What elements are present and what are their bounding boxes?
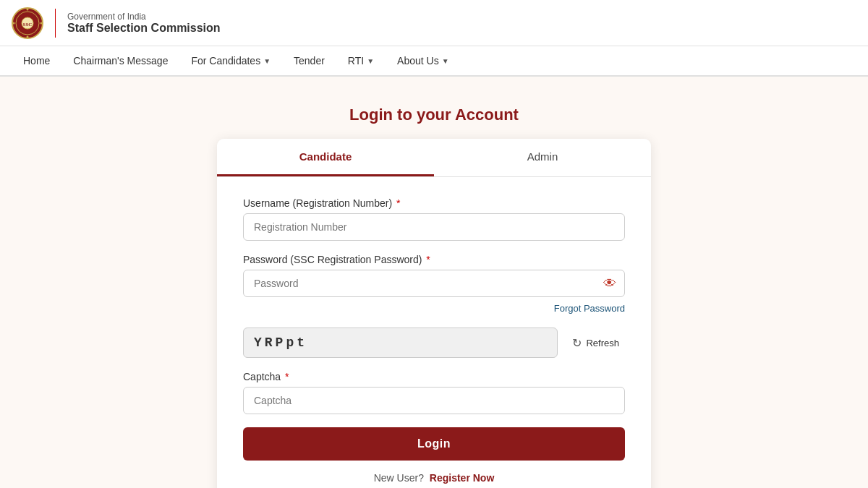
login-tabs: Candidate Admin bbox=[217, 139, 651, 177]
refresh-captcha-button[interactable]: ↻ Refresh bbox=[566, 333, 625, 353]
svg-text:SSC: SSC bbox=[23, 22, 33, 27]
svg-point-7 bbox=[41, 22, 43, 24]
password-input[interactable] bbox=[243, 270, 625, 297]
captcha-group: Captcha * bbox=[243, 371, 625, 414]
password-required: * bbox=[426, 254, 430, 265]
username-label: Username (Registration Number) * bbox=[243, 197, 625, 209]
rti-dropdown-icon: ▼ bbox=[367, 57, 374, 65]
nav-for-candidates[interactable]: For Candidates ▼ bbox=[179, 46, 282, 75]
header-divider bbox=[55, 9, 56, 38]
nav-tender[interactable]: Tender bbox=[282, 46, 336, 75]
toggle-password-icon[interactable]: 👁 bbox=[603, 276, 616, 291]
captcha-image: YRPpt bbox=[243, 328, 558, 358]
page-title: Login to your Account bbox=[349, 106, 519, 124]
tab-admin[interactable]: Admin bbox=[434, 139, 651, 176]
password-group: Password (SSC Registration Password) * 👁… bbox=[243, 254, 625, 314]
login-form-body: Username (Registration Number) * Passwor… bbox=[217, 177, 651, 484]
org-label: Staff Selection Commission bbox=[67, 22, 221, 35]
svg-point-4 bbox=[27, 8, 29, 10]
svg-point-6 bbox=[13, 22, 15, 24]
nav-home[interactable]: Home bbox=[12, 46, 61, 75]
nav-rti[interactable]: RTI ▼ bbox=[336, 46, 386, 75]
username-required: * bbox=[396, 197, 400, 209]
captcha-display-row: YRPpt ↻ Refresh bbox=[243, 328, 625, 358]
forgot-password-link[interactable]: Forgot Password bbox=[554, 303, 625, 314]
login-button[interactable]: Login bbox=[243, 427, 625, 461]
forgot-password-link-wrapper: Forgot Password bbox=[243, 301, 625, 314]
nav-about-us[interactable]: About Us ▼ bbox=[386, 46, 461, 75]
main-navbar: Home Chairman's Message For Candidates ▼… bbox=[0, 46, 868, 77]
gov-label: Government of India bbox=[67, 12, 221, 22]
password-wrapper: 👁 bbox=[243, 270, 625, 297]
captcha-required: * bbox=[285, 371, 289, 382]
username-input[interactable] bbox=[243, 213, 625, 241]
register-row: New User? Register Now bbox=[243, 472, 625, 484]
password-label: Password (SSC Registration Password) * bbox=[243, 254, 625, 265]
for-candidates-dropdown-icon: ▼ bbox=[263, 57, 271, 65]
main-content: Login to your Account Candidate Admin Us… bbox=[0, 77, 868, 488]
about-us-dropdown-icon: ▼ bbox=[442, 57, 449, 65]
ssc-emblem: SSC bbox=[12, 7, 43, 39]
tab-candidate[interactable]: Candidate bbox=[217, 139, 434, 176]
register-now-link[interactable]: Register Now bbox=[430, 472, 494, 484]
captcha-input[interactable] bbox=[243, 387, 625, 414]
site-header: SSC Government of India Staff Selection … bbox=[0, 0, 868, 46]
new-user-text: New User? bbox=[374, 472, 424, 484]
login-card: Candidate Admin Username (Registration N… bbox=[217, 139, 651, 488]
refresh-icon: ↻ bbox=[572, 336, 582, 350]
header-text-block: Government of India Staff Selection Comm… bbox=[67, 12, 221, 35]
username-group: Username (Registration Number) * bbox=[243, 197, 625, 241]
nav-chairmans-message[interactable]: Chairman's Message bbox=[61, 46, 179, 75]
captcha-label: Captcha * bbox=[243, 371, 625, 382]
svg-point-5 bbox=[27, 35, 29, 38]
